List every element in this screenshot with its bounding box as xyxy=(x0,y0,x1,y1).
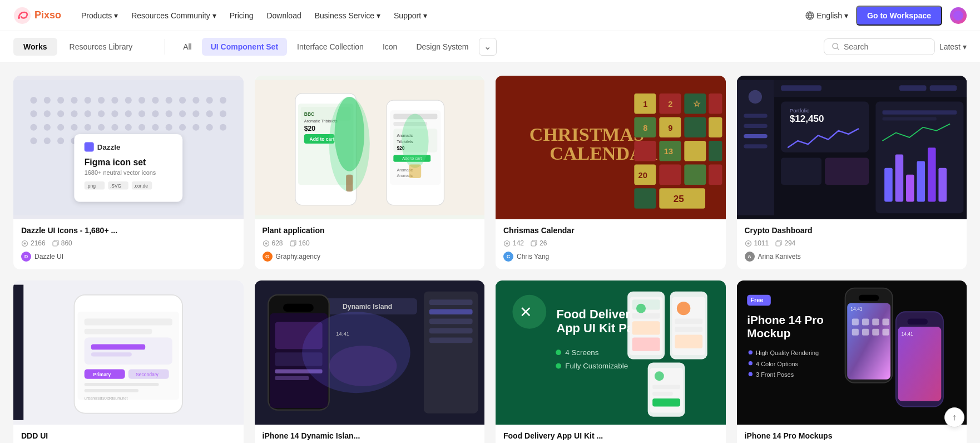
svg-point-41 xyxy=(98,124,105,131)
card-info-dazzle: Dazzle UI Icons - 1,680+ ... 2166 860 D … xyxy=(13,219,244,269)
card-iphone14pro[interactable]: Free iPhone 14 Pro Mockup High Quality R… xyxy=(737,280,967,443)
avatar[interactable] xyxy=(950,7,967,24)
card-christmas[interactable]: CHRISTMAS CALENDAR 1 2 ☆ 8 9 13 xyxy=(496,76,726,269)
card-iphone14[interactable]: Dynamic Island xyxy=(255,280,485,443)
scroll-top-button[interactable]: ↑ xyxy=(944,407,964,427)
svg-point-93 xyxy=(401,114,428,168)
svg-point-17 xyxy=(179,97,186,104)
svg-point-40 xyxy=(85,124,91,131)
svg-rect-254 xyxy=(907,319,927,325)
svg-point-7 xyxy=(44,97,51,104)
svg-rect-224 xyxy=(652,385,680,389)
nav-divider xyxy=(165,39,165,55)
svg-point-12 xyxy=(111,97,118,104)
filter-all[interactable]: All xyxy=(174,38,201,56)
svg-text:Free: Free xyxy=(750,297,763,304)
nav-support[interactable]: Support ▾ xyxy=(394,11,427,20)
go-to-workspace-button[interactable]: Go to Workspace xyxy=(856,6,942,26)
card-dazzle[interactable]: Dazzle Figma icon set 1680+ neutral vect… xyxy=(13,76,244,269)
svg-text:.cor.de: .cor.de xyxy=(133,183,148,189)
card-thumb-iphone14: Dynamic Island xyxy=(255,280,485,424)
svg-point-53 xyxy=(57,137,64,144)
filter-interface-collection[interactable]: Interface Collection xyxy=(288,38,373,56)
card-crypto[interactable]: Portfolio $12,450 xyxy=(737,76,967,269)
svg-text:1: 1 xyxy=(643,100,647,109)
svg-text:☆: ☆ xyxy=(693,100,701,109)
svg-text:Figma icon set: Figma icon set xyxy=(85,157,146,167)
author-avatar: A xyxy=(745,252,755,262)
svg-point-16 xyxy=(166,97,172,104)
card-plant[interactable]: BBC Aromatic Tribiolets $20 Add to cart … xyxy=(255,76,485,269)
svg-rect-247 xyxy=(872,319,879,326)
svg-rect-113 xyxy=(709,117,722,137)
svg-rect-145 xyxy=(825,157,869,185)
svg-point-47 xyxy=(179,124,186,131)
svg-point-27 xyxy=(111,110,118,117)
svg-point-43 xyxy=(125,124,132,131)
language-selector[interactable]: English ▾ xyxy=(805,11,848,20)
logo[interactable]: Pixso xyxy=(13,7,61,24)
svg-rect-225 xyxy=(652,392,672,396)
svg-point-42 xyxy=(111,124,118,131)
svg-rect-136 xyxy=(744,144,768,148)
card-author-plant: G Graphy.agency xyxy=(263,252,477,262)
svg-point-50 xyxy=(220,124,226,131)
svg-point-52 xyxy=(44,137,51,144)
svg-rect-69 xyxy=(255,80,485,215)
svg-point-34 xyxy=(206,110,213,117)
filter-design-system[interactable]: Design System xyxy=(407,38,477,56)
svg-point-48 xyxy=(192,124,199,131)
svg-text:14:41: 14:41 xyxy=(850,306,863,312)
svg-rect-147 xyxy=(882,110,957,114)
svg-text:25: 25 xyxy=(674,194,684,204)
svg-point-0 xyxy=(14,7,31,24)
sort-button[interactable]: Latest ▾ xyxy=(939,42,967,51)
nav-resources-community[interactable]: Resources Community ▾ xyxy=(131,11,216,20)
search-box[interactable] xyxy=(824,38,935,55)
author-avatar: C xyxy=(503,252,513,262)
svg-rect-68 xyxy=(53,242,57,246)
search-input[interactable] xyxy=(844,42,927,51)
svg-rect-107 xyxy=(709,93,722,114)
view-count: 2166 xyxy=(31,239,46,247)
svg-text:Primary: Primary xyxy=(93,372,111,377)
nav-pricing[interactable]: Pricing xyxy=(230,11,254,20)
svg-rect-181 xyxy=(429,300,472,306)
copy-count: 860 xyxy=(61,239,72,247)
svg-rect-162 xyxy=(85,319,172,326)
nav-download[interactable]: Download xyxy=(266,11,301,20)
tab-works[interactable]: Works xyxy=(13,38,57,56)
svg-point-9 xyxy=(71,97,77,104)
svg-text:14:41: 14:41 xyxy=(335,331,349,337)
svg-rect-154 xyxy=(938,168,947,202)
nav-business[interactable]: Business Service ▾ xyxy=(315,11,380,20)
svg-text:CHRISTMAS: CHRISTMAS xyxy=(529,124,644,145)
svg-rect-226 xyxy=(652,398,680,407)
card-title-food: Food Delivery App UI Kit ... xyxy=(503,431,718,440)
card-info-ddd: DDD UI 324 82 U urbanized30@daum.net xyxy=(13,425,244,443)
svg-rect-157 xyxy=(776,242,780,246)
tab-resources-library[interactable]: Resources Library xyxy=(60,38,143,56)
svg-rect-166 xyxy=(91,353,132,357)
svg-rect-152 xyxy=(917,161,925,202)
svg-rect-184 xyxy=(429,328,472,334)
svg-point-156 xyxy=(747,242,749,244)
svg-text:$20: $20 xyxy=(304,125,315,132)
svg-point-30 xyxy=(152,110,159,117)
svg-rect-134 xyxy=(744,124,768,128)
logo-text: Pixso xyxy=(34,9,61,21)
svg-rect-148 xyxy=(882,117,936,120)
svg-point-239 xyxy=(748,372,752,376)
filter-icon[interactable]: Icon xyxy=(374,38,406,56)
svg-text:Dazzle: Dazzle xyxy=(97,143,121,151)
svg-point-49 xyxy=(206,124,213,131)
svg-rect-129 xyxy=(531,242,536,246)
filter-ui-component-set[interactable]: UI Component Set xyxy=(202,38,287,56)
nav-products[interactable]: Products ▾ xyxy=(81,11,118,20)
card-ddd[interactable]: Primary Secondary urbanized30@daum.net D… xyxy=(13,280,244,443)
card-food[interactable]: ✕ Food Delivery App UI Kit Part 1 4 Scre… xyxy=(496,280,726,443)
svg-point-11 xyxy=(98,97,105,104)
svg-point-132 xyxy=(748,90,761,104)
svg-rect-114 xyxy=(634,141,656,161)
more-filters-button[interactable]: ⌄ xyxy=(479,38,497,56)
